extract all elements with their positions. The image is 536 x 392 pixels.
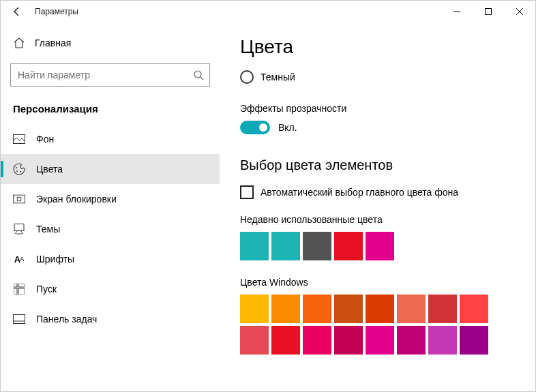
maximize-button[interactable] (473, 1, 504, 22)
color-swatch[interactable] (428, 295, 457, 323)
color-swatch[interactable] (366, 326, 394, 355)
color-swatch[interactable] (303, 295, 331, 323)
window-title: Параметры (33, 7, 78, 16)
windows-colors-label: Цвета Windows (240, 277, 535, 288)
color-swatch[interactable] (428, 326, 457, 355)
home-icon (13, 37, 25, 49)
themes-icon (13, 223, 25, 235)
taskbar-icon (13, 313, 25, 325)
page-title: Цвета (240, 36, 535, 58)
auto-accent-checkbox-row[interactable]: Автоматический выбор главного цвета фона (240, 185, 535, 199)
transparency-toggle[interactable] (240, 121, 270, 134)
sidebar-item-label: Фон (36, 134, 54, 145)
color-swatch[interactable] (334, 326, 363, 355)
toggle-state-label: Вкл. (278, 122, 297, 133)
color-swatch[interactable] (397, 326, 426, 355)
sidebar-item-label: Темы (36, 224, 60, 235)
color-swatch[interactable] (334, 232, 363, 260)
svg-rect-14 (18, 288, 25, 295)
sidebar-item-label: Экран блокировки (36, 194, 117, 205)
svg-rect-8 (13, 195, 25, 203)
color-swatch[interactable] (271, 232, 300, 260)
color-swatch[interactable] (271, 295, 300, 323)
sidebar-home-label: Главная (35, 37, 71, 48)
color-swatch[interactable] (271, 326, 300, 355)
start-icon (13, 283, 25, 295)
color-swatch[interactable] (460, 326, 488, 355)
color-swatch[interactable] (240, 295, 269, 323)
sidebar-item-lockscreen[interactable]: Экран блокировки (1, 184, 220, 214)
search-icon (193, 70, 204, 80)
windows-colors-row1 (240, 295, 535, 323)
color-swatch[interactable] (366, 295, 394, 323)
sidebar-item-taskbar[interactable]: Панель задач (1, 304, 220, 334)
sidebar-item-label: Пуск (36, 284, 57, 295)
transparency-label: Эффекты прозрачности (240, 103, 535, 114)
color-swatch[interactable] (240, 232, 269, 260)
svg-rect-15 (14, 315, 25, 324)
search-box[interactable] (10, 63, 210, 87)
checkbox-label: Автоматический выбор главного цвета фона (260, 187, 458, 198)
svg-point-2 (194, 71, 201, 78)
picture-icon (13, 133, 25, 145)
radio-label: Темный (260, 72, 295, 82)
main-content: Цвета Темный Эффекты прозрачности Вкл. В… (220, 22, 535, 391)
sidebar-item-start[interactable]: Пуск (1, 274, 220, 304)
lockscreen-icon (13, 193, 25, 205)
sidebar-item-colors[interactable]: Цвета (1, 154, 220, 184)
svg-point-5 (16, 167, 17, 168)
titlebar: Параметры (1, 1, 535, 22)
recent-colors-row (240, 232, 535, 260)
checkbox-icon (240, 185, 254, 199)
color-swatch[interactable] (240, 326, 269, 355)
fonts-icon: AA (13, 253, 25, 265)
palette-icon (13, 163, 25, 175)
sidebar-item-label: Панель задач (36, 314, 97, 325)
sidebar: Главная Персонализация Фон Цвета Э (1, 22, 220, 391)
color-swatch[interactable] (366, 232, 394, 260)
color-swatch[interactable] (303, 232, 331, 260)
svg-rect-1 (486, 9, 492, 15)
theme-dark-radio[interactable]: Темный (240, 70, 535, 84)
color-swatch[interactable] (334, 295, 363, 323)
sidebar-category-title: Персонализация (1, 87, 220, 124)
svg-rect-12 (18, 284, 25, 287)
close-button[interactable] (504, 1, 535, 22)
svg-rect-9 (17, 197, 20, 200)
color-swatch[interactable] (397, 295, 426, 323)
svg-point-6 (16, 170, 18, 172)
svg-rect-13 (14, 288, 17, 295)
svg-rect-11 (14, 284, 17, 287)
sidebar-item-fonts[interactable]: AA Шрифты (1, 244, 220, 274)
color-swatch[interactable] (460, 295, 488, 323)
search-input[interactable] (18, 70, 193, 80)
svg-rect-10 (14, 224, 24, 231)
svg-line-3 (200, 77, 203, 80)
minimize-button[interactable] (441, 1, 473, 22)
sidebar-home[interactable]: Главная (1, 29, 220, 57)
recent-colors-label: Недавно использованные цвета (240, 214, 535, 225)
radio-icon (240, 70, 254, 84)
sidebar-item-themes[interactable]: Темы (1, 214, 220, 244)
color-swatch[interactable] (303, 326, 331, 355)
back-button[interactable] (1, 1, 33, 22)
sidebar-item-background[interactable]: Фон (1, 124, 220, 154)
svg-point-7 (20, 171, 21, 172)
accent-section-title: Выбор цвета элементов (240, 157, 535, 173)
sidebar-item-label: Шрифты (36, 254, 74, 265)
sidebar-item-label: Цвета (36, 164, 63, 175)
windows-colors-row2 (240, 326, 535, 355)
